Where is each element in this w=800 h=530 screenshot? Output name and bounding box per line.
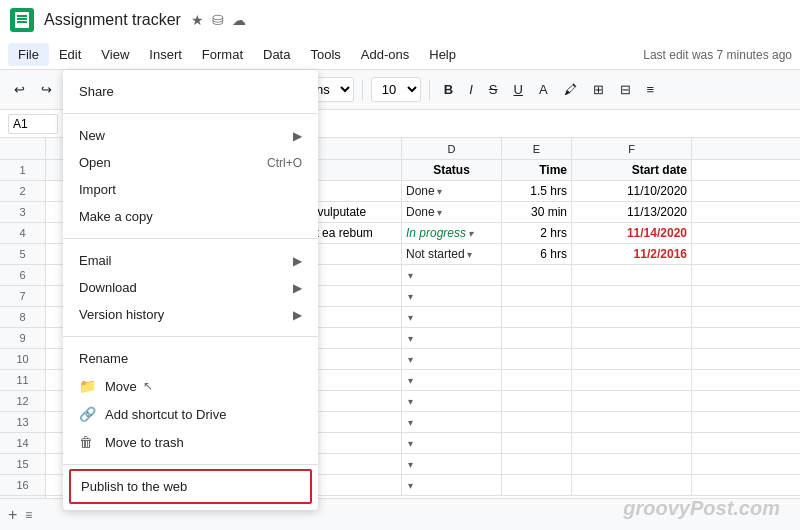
- row-num-6[interactable]: 6: [0, 265, 45, 286]
- col-header-f[interactable]: F: [572, 138, 692, 159]
- email-label: Email: [79, 253, 112, 268]
- make-copy-label: Make a copy: [79, 209, 153, 224]
- add-shortcut-label: Add shortcut to Drive: [105, 407, 226, 422]
- row-num-15[interactable]: 15: [0, 454, 45, 475]
- col-header-e[interactable]: E: [502, 138, 572, 159]
- row-num-7[interactable]: 7: [0, 286, 45, 307]
- cell-e2[interactable]: 1.5 hrs: [502, 181, 572, 201]
- cell-d4[interactable]: In progress▾: [402, 223, 502, 243]
- row-num-5[interactable]: 5: [0, 244, 45, 265]
- bold-button[interactable]: B: [438, 78, 459, 101]
- menu-item-rename[interactable]: Rename: [63, 345, 318, 372]
- cell-f5[interactable]: 11/2/2016: [572, 244, 692, 264]
- borders-button[interactable]: ⊞: [587, 78, 610, 101]
- new-arrow: ▶: [293, 129, 302, 143]
- menu-item-make-copy[interactable]: Make a copy: [63, 203, 318, 230]
- drive-icon[interactable]: ⛁: [212, 12, 224, 28]
- strikethrough-button[interactable]: S: [483, 78, 504, 101]
- menu-item-open[interactable]: Open Ctrl+O: [63, 149, 318, 176]
- publish-web-container: Publish to the web: [69, 469, 312, 504]
- undo-button[interactable]: ↩: [8, 78, 31, 101]
- row-num-3[interactable]: 3: [0, 202, 45, 223]
- document-title[interactable]: Assignment tracker: [44, 11, 181, 29]
- row-num-13[interactable]: 13: [0, 412, 45, 433]
- cell-f2[interactable]: 11/10/2020: [572, 181, 692, 201]
- underline-button[interactable]: U: [507, 78, 528, 101]
- menu-item-insert[interactable]: Insert: [139, 43, 192, 66]
- cell-f3[interactable]: 11/13/2020: [572, 202, 692, 222]
- row-num-9[interactable]: 9: [0, 328, 45, 349]
- row-num-2[interactable]: 2: [0, 181, 45, 202]
- cell-f1-date[interactable]: Start date: [572, 160, 692, 180]
- row-num-16[interactable]: 16: [0, 475, 45, 496]
- menu-item-view[interactable]: View: [91, 43, 139, 66]
- menu-section-share: Share: [63, 74, 318, 109]
- menu-item-move[interactable]: 📁 Move ↖: [63, 372, 318, 400]
- menu-item-file[interactable]: File: [8, 43, 49, 66]
- col-header-d[interactable]: D: [402, 138, 502, 159]
- publish-web-label: Publish to the web: [81, 479, 187, 494]
- menu-item-data[interactable]: Data: [253, 43, 300, 66]
- row-num-10[interactable]: 10: [0, 349, 45, 370]
- font-size-select[interactable]: 10: [371, 77, 421, 102]
- menu-bar: File Edit View Insert Format Data Tools …: [0, 40, 800, 70]
- row-num-1[interactable]: 1: [0, 160, 45, 181]
- menu-section-rename: Rename 📁 Move ↖ 🔗 Add shortcut to Drive …: [63, 341, 318, 460]
- cell-d3[interactable]: Done▾: [402, 202, 502, 222]
- import-label: Import: [79, 182, 116, 197]
- italic-button[interactable]: I: [463, 78, 479, 101]
- version-history-label: Version history: [79, 307, 164, 322]
- menu-item-tools[interactable]: Tools: [300, 43, 350, 66]
- cell-e3[interactable]: 30 min: [502, 202, 572, 222]
- divider-4: [63, 464, 318, 465]
- menu-item-version-history[interactable]: Version history ▶: [63, 301, 318, 328]
- font-color-button[interactable]: A: [533, 78, 554, 101]
- cell-f4[interactable]: 11/14/2020: [572, 223, 692, 243]
- redo-button[interactable]: ↪: [35, 78, 58, 101]
- menu-section-email: Email ▶ Download ▶ Version history ▶: [63, 243, 318, 332]
- row-col-corner: [0, 138, 46, 159]
- menu-item-format[interactable]: Format: [192, 43, 253, 66]
- title-bar: Assignment tracker ★ ⛁ ☁: [0, 0, 800, 40]
- star-icon[interactable]: ★: [191, 12, 204, 28]
- cell-reference[interactable]: [8, 114, 58, 134]
- move-cursor: ↖: [143, 379, 153, 393]
- version-arrow: ▶: [293, 308, 302, 322]
- merge-button[interactable]: ⊟: [614, 78, 637, 101]
- cell-e1-time[interactable]: Time: [502, 160, 572, 180]
- cell-d2[interactable]: Done▾: [402, 181, 502, 201]
- hamburger-sheet[interactable]: ≡: [25, 508, 32, 522]
- toolbar-sep-3: [362, 80, 363, 100]
- divider-1: [63, 113, 318, 114]
- cell-d1-status[interactable]: Status: [402, 160, 502, 180]
- row-num-11[interactable]: 11: [0, 370, 45, 391]
- cell-e5[interactable]: 6 hrs: [502, 244, 572, 264]
- row-num-4[interactable]: 4: [0, 223, 45, 244]
- cell-e4[interactable]: 2 hrs: [502, 223, 572, 243]
- sheets-logo: [10, 8, 34, 32]
- download-arrow: ▶: [293, 281, 302, 295]
- title-icons: ★ ⛁ ☁: [191, 12, 246, 28]
- divider-2: [63, 238, 318, 239]
- menu-item-addons[interactable]: Add-ons: [351, 43, 419, 66]
- watermark: groovyPost.com: [623, 497, 780, 520]
- menu-item-import[interactable]: Import: [63, 176, 318, 203]
- cloud-icon[interactable]: ☁: [232, 12, 246, 28]
- align-button[interactable]: ≡: [641, 78, 661, 101]
- menu-item-download[interactable]: Download ▶: [63, 274, 318, 301]
- shortcut-icon: 🔗: [79, 406, 97, 422]
- add-sheet-button[interactable]: +: [8, 506, 17, 524]
- row-num-14[interactable]: 14: [0, 433, 45, 454]
- menu-item-move-trash[interactable]: 🗑 Move to trash: [63, 428, 318, 456]
- menu-item-help[interactable]: Help: [419, 43, 466, 66]
- menu-item-add-shortcut[interactable]: 🔗 Add shortcut to Drive: [63, 400, 318, 428]
- highlight-button[interactable]: 🖍: [558, 78, 583, 101]
- cell-d5[interactable]: Not started▾: [402, 244, 502, 264]
- menu-item-share[interactable]: Share: [63, 78, 318, 105]
- menu-item-email[interactable]: Email ▶: [63, 247, 318, 274]
- row-num-12[interactable]: 12: [0, 391, 45, 412]
- menu-item-publish-web[interactable]: Publish to the web: [81, 475, 300, 498]
- row-num-8[interactable]: 8: [0, 307, 45, 328]
- menu-item-edit[interactable]: Edit: [49, 43, 91, 66]
- menu-item-new[interactable]: New ▶: [63, 122, 318, 149]
